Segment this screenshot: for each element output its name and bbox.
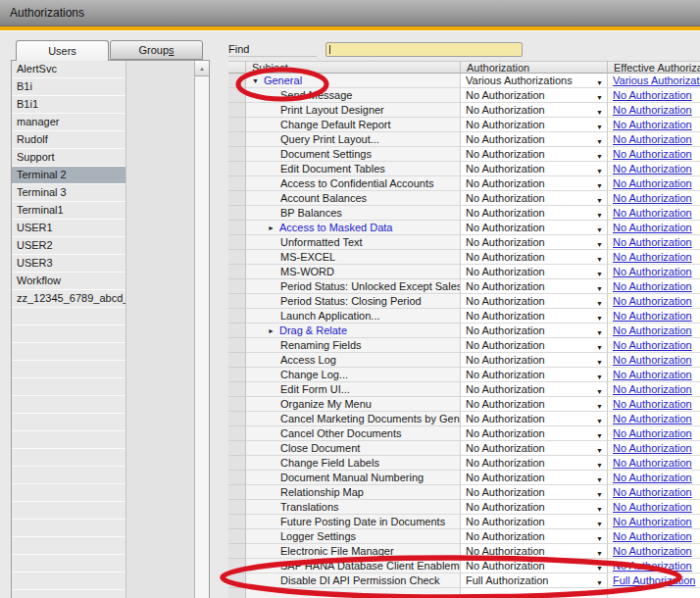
row-selector[interactable] (228, 74, 246, 88)
authorization-dropdown[interactable]: No Authorization▼ (461, 338, 608, 353)
user-list-item[interactable]: zz_12345_6789_abcd_efgh (12, 290, 125, 308)
user-list-empty-row[interactable] (12, 520, 125, 537)
header-effective-authorization[interactable]: Effective Authorization (608, 62, 700, 74)
dropdown-arrow-icon[interactable]: ▼ (596, 371, 603, 382)
effective-authorization-link[interactable]: No Authorization (613, 486, 692, 498)
row-selector[interactable] (228, 206, 246, 221)
dropdown-arrow-icon[interactable]: ▼ (596, 253, 603, 265)
user-list-empty-row[interactable] (12, 573, 125, 590)
dropdown-arrow-icon[interactable]: ▼ (596, 444, 603, 456)
dropdown-arrow-icon[interactable]: ▼ (596, 238, 603, 250)
effective-authorization-link[interactable]: No Authorization (613, 442, 692, 454)
effective-authorization-link[interactable]: No Authorization (613, 369, 692, 380)
collapse-arrow-icon[interactable]: ▼ (252, 75, 259, 88)
user-list-item[interactable]: USER1 (12, 220, 125, 237)
authorization-dropdown[interactable]: No Authorization▼ (461, 265, 608, 279)
authorization-dropdown[interactable]: No Authorization▼ (461, 324, 608, 338)
row-selector[interactable] (228, 294, 246, 309)
user-list-empty-row[interactable] (12, 484, 125, 502)
effective-authorization-link[interactable]: No Authorization (613, 324, 692, 336)
authorization-dropdown[interactable]: No Authorization▼ (461, 515, 608, 529)
subject-cell[interactable]: Disable DI API Permission Check (246, 573, 461, 588)
effective-authorization-link[interactable]: No Authorization (613, 177, 692, 189)
subject-cell[interactable]: ►Drag & Relate (246, 324, 461, 338)
row-selector[interactable] (228, 235, 246, 250)
dropdown-arrow-icon[interactable]: ▼ (596, 150, 603, 162)
effective-authorization-link[interactable]: No Authorization (613, 530, 692, 542)
authorization-dropdown[interactable]: No Authorization▼ (461, 221, 608, 235)
user-list-empty-row[interactable] (12, 378, 125, 396)
effective-authorization-link[interactable]: Various Authorizations (613, 75, 700, 86)
subject-cell[interactable]: Launch Application... (246, 309, 461, 324)
dropdown-arrow-icon[interactable]: ▼ (596, 562, 603, 573)
authorization-dropdown[interactable]: No Authorization▼ (461, 529, 608, 544)
tab-groups[interactable]: Groups (110, 40, 203, 60)
subject-cell[interactable]: Change Log... (246, 368, 461, 382)
authorization-dropdown[interactable]: No Authorization▼ (461, 235, 608, 250)
subject-cell[interactable]: Period Status: Closing Period (246, 294, 461, 309)
subject-cell[interactable]: Logger Settings (246, 529, 461, 544)
tab-users[interactable]: Users (16, 40, 109, 61)
dropdown-arrow-icon[interactable]: ▼ (596, 282, 603, 294)
subject-cell[interactable]: Access Log (246, 353, 461, 368)
subject-cell[interactable]: SAP HANA Database Client Enablement (246, 559, 461, 573)
authorization-dropdown[interactable]: No Authorization▼ (461, 368, 608, 382)
user-list-empty-row[interactable] (12, 502, 125, 520)
user-list-item[interactable]: Rudolf (12, 131, 125, 149)
subject-cell[interactable]: Print Layout Designer (246, 103, 461, 118)
effective-authorization-link[interactable]: No Authorization (613, 207, 692, 219)
dropdown-arrow-icon[interactable]: ▼ (596, 400, 603, 412)
effective-authorization-link[interactable]: No Authorization (613, 192, 692, 204)
row-selector[interactable] (228, 250, 246, 265)
row-selector[interactable] (228, 441, 246, 456)
dropdown-arrow-icon[interactable]: ▼ (596, 532, 603, 544)
subject-cell[interactable]: ▼General (246, 74, 461, 88)
user-list-item[interactable]: USER2 (12, 237, 125, 255)
dropdown-arrow-icon[interactable]: ▼ (596, 224, 603, 235)
row-selector[interactable] (228, 162, 246, 176)
authorization-dropdown[interactable]: No Authorization▼ (461, 485, 608, 500)
subject-cell[interactable]: Translations (246, 500, 461, 515)
subject-cell[interactable]: Electronic File Manager (246, 544, 461, 559)
authorization-dropdown[interactable]: No Authorization▼ (461, 118, 608, 132)
effective-authorization-link[interactable]: No Authorization (613, 398, 692, 410)
authorization-dropdown[interactable]: No Authorization▼ (461, 397, 608, 412)
dropdown-arrow-icon[interactable]: ▼ (596, 121, 603, 132)
user-list-empty-row[interactable] (12, 361, 125, 378)
row-selector[interactable] (228, 485, 246, 500)
user-list-empty-row[interactable] (12, 343, 125, 361)
row-selector[interactable] (228, 515, 246, 529)
window-titlebar[interactable]: Authorizations (0, 0, 700, 26)
dropdown-arrow-icon[interactable]: ▼ (596, 312, 603, 324)
authorization-dropdown[interactable]: No Authorization▼ (461, 88, 608, 103)
user-list-empty-row[interactable] (12, 431, 125, 449)
row-selector[interactable] (228, 456, 246, 471)
dropdown-arrow-icon[interactable]: ▼ (596, 356, 603, 368)
expand-arrow-icon[interactable]: ► (268, 324, 275, 338)
find-field[interactable] (325, 42, 523, 57)
row-selector[interactable] (228, 529, 246, 544)
dropdown-arrow-icon[interactable]: ▼ (596, 194, 603, 206)
row-selector[interactable] (228, 324, 246, 338)
subject-cell[interactable]: Send Message (246, 88, 461, 103)
authorization-dropdown[interactable]: No Authorization▼ (461, 132, 608, 147)
dropdown-arrow-icon[interactable]: ▼ (596, 459, 603, 471)
subject-cell[interactable]: BP Balances (246, 206, 461, 221)
subject-cell[interactable]: Edit Document Tables (246, 162, 461, 176)
dropdown-arrow-icon[interactable]: ▼ (596, 473, 603, 485)
effective-authorization-link[interactable]: Full Authorization (613, 574, 695, 586)
subject-cell[interactable]: Future Posting Date in Documents (246, 515, 461, 529)
user-list-item[interactable]: Terminal1 (12, 202, 125, 220)
row-selector[interactable] (228, 368, 246, 382)
subject-cell[interactable]: Relationship Map (246, 485, 461, 500)
effective-authorization-link[interactable]: No Authorization (613, 295, 692, 307)
dropdown-arrow-icon[interactable]: ▼ (596, 488, 603, 500)
row-selector[interactable] (228, 544, 246, 559)
authorization-dropdown[interactable]: No Authorization▼ (461, 500, 608, 515)
authorization-dropdown[interactable]: No Authorization▼ (461, 309, 608, 324)
effective-authorization-link[interactable]: No Authorization (613, 222, 692, 233)
user-list-empty-row[interactable] (12, 325, 125, 343)
effective-authorization-link[interactable]: No Authorization (613, 472, 692, 483)
row-selector[interactable] (228, 353, 246, 368)
dropdown-arrow-icon[interactable]: ▼ (596, 91, 603, 103)
